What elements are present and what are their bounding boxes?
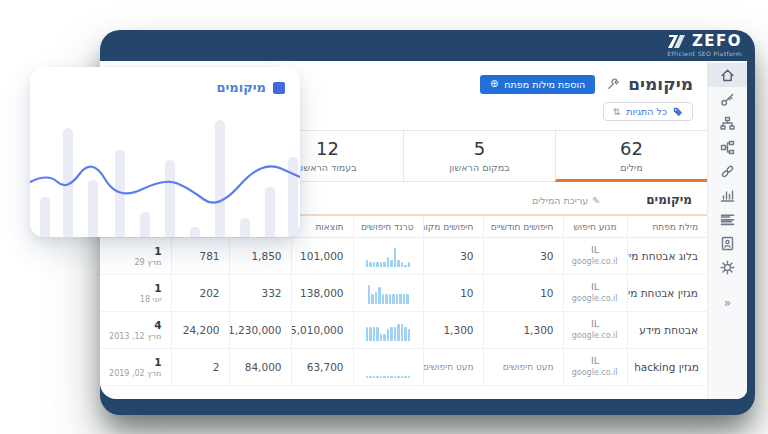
metric-cell: 84,000 [229,349,291,386]
logo-name: ZEFO [692,34,742,49]
wrench-icon[interactable] [607,78,619,90]
trend-sparkline [363,282,414,304]
monthly-cell: 10 [483,275,563,312]
legend-square-icon [273,82,285,94]
edit-words-link[interactable]: ✎ עריכת המילים [532,195,600,206]
metric-cell: 1,850 [229,238,291,275]
rank-cell: 1 מרץ 29 [100,238,171,275]
sidebar-item-structure[interactable] [708,135,747,159]
monthly-cell: 30 [483,238,563,275]
metric-cell: 24,200 [171,312,229,349]
tab-total-words[interactable]: 62 מילים [555,131,707,182]
sidebar-item-home[interactable] [708,63,747,87]
local-cell: 1,300 [423,312,483,349]
trend-cell [353,275,423,312]
table-row[interactable]: בלוג אבטחת מידע IL google.co.il 30 30 10… [100,238,707,275]
metric-cell: 332 [229,275,291,312]
engine-cell: IL google.co.il [563,349,627,386]
col-local: חיפושים מקומיים [423,216,483,238]
sidebar-item-sitemap[interactable] [708,111,747,135]
metric-cell: 202 [171,275,229,312]
key-icon [720,92,735,107]
keyword-cell: מגזין hacking [627,349,707,386]
trend-cell [353,349,423,386]
logo-tagline: Efficient SEO Platform [667,51,742,57]
local-cell: מעט חיפושים [423,349,483,386]
table-row[interactable]: מגזין אבטחת מידע IL google.co.il 10 10 1… [100,275,707,312]
app-header: ZEFO Efficient SEO Platform [100,30,755,61]
positions-table: מילת מפתח מנוע חיפוש חיפושים חודשיים חיפ… [100,216,707,386]
sidebar-item-contacts[interactable] [708,231,747,255]
logo: ZEFO Efficient SEO Platform [667,34,742,57]
link-icon [720,164,735,179]
col-monthly: חיפושים חודשיים [483,216,563,238]
rank-cell: 4 מרץ 12, 2013 [100,312,171,349]
trend-sparkline [363,245,414,267]
address-book-icon [720,236,735,251]
trend-cell [353,238,423,275]
tag-icon [673,107,683,117]
col-results: תוצאות [291,216,353,238]
keyword-cell: בלוג אבטחת מידע [627,238,707,275]
keyword-cell: מגזין אבטחת מידע [627,275,707,312]
sort-arrows-icon: ⇅ [613,107,621,117]
engine-cell: IL google.co.il [563,275,627,312]
col-trend: טרנד חיפושים [353,216,423,238]
add-keywords-button[interactable]: הוספת מילות מפתח ⊕ [480,75,595,94]
hierarchy-icon [720,140,735,155]
icon-sidebar: « [707,61,747,399]
metric-cell: 781 [171,238,229,275]
positions-chart [30,107,300,237]
plus-circle-icon: ⊕ [490,79,498,89]
rank-cell: 1 מרץ 02, 2019 [100,349,171,386]
pencil-icon: ✎ [592,195,600,206]
bar-chart-icon [720,188,735,203]
chevron-double-left-icon: « [724,296,731,310]
sidebar-item-keywords[interactable] [708,87,747,111]
results-cell: 5,010,000 [291,312,353,349]
sitemap-icon [720,116,735,131]
positions-preview-card: מיקומים [30,67,300,237]
zefo-logo-icon [667,35,687,48]
table-row[interactable]: מגזין hacking IL google.co.il מעט חיפושי… [100,349,707,386]
col-keyword: מילת מפתח [627,216,707,238]
monthly-cell: 1,300 [483,312,563,349]
engine-cell: IL google.co.il [563,238,627,275]
local-cell: 30 [423,238,483,275]
results-cell: 101,000 [291,238,353,275]
monthly-cell: מעט חיפושים [483,349,563,386]
col-engine: מנוע חיפוש [563,216,627,238]
list-icon [720,212,735,227]
tags-filter-label: כל התגיות [626,106,667,117]
results-cell: 63,700 [291,349,353,386]
page-title: מיקומים [628,74,693,94]
keyword-cell: אבטחת מידע [627,312,707,349]
rank-cell: 1 יוני 18 [100,275,171,312]
preview-card-title: מיקומים [216,80,266,95]
gear-icon [720,260,735,275]
sidebar-collapse-button[interactable]: « [708,291,747,315]
tags-filter-dropdown[interactable]: כל התגיות ⇅ [603,102,693,121]
sidebar-item-lists[interactable] [708,207,747,231]
trend-sparkline [363,356,414,378]
local-cell: 10 [423,275,483,312]
table-row[interactable]: אבטחת מידע IL google.co.il 1,300 1,300 5… [100,312,707,349]
metric-cell: 2 [171,349,229,386]
engine-cell: IL google.co.il [563,312,627,349]
sidebar-item-settings[interactable] [708,255,747,279]
trend-cell [353,312,423,349]
home-icon [720,68,735,83]
tab-first-place[interactable]: 5 במקום הראשון [403,131,555,182]
results-cell: 138,000 [291,275,353,312]
sidebar-item-reports[interactable] [708,183,747,207]
metric-cell: 1,230,000 [229,312,291,349]
sidebar-item-links[interactable] [708,159,747,183]
trend-sparkline [363,319,414,341]
section-title: מיקומים [646,193,692,207]
